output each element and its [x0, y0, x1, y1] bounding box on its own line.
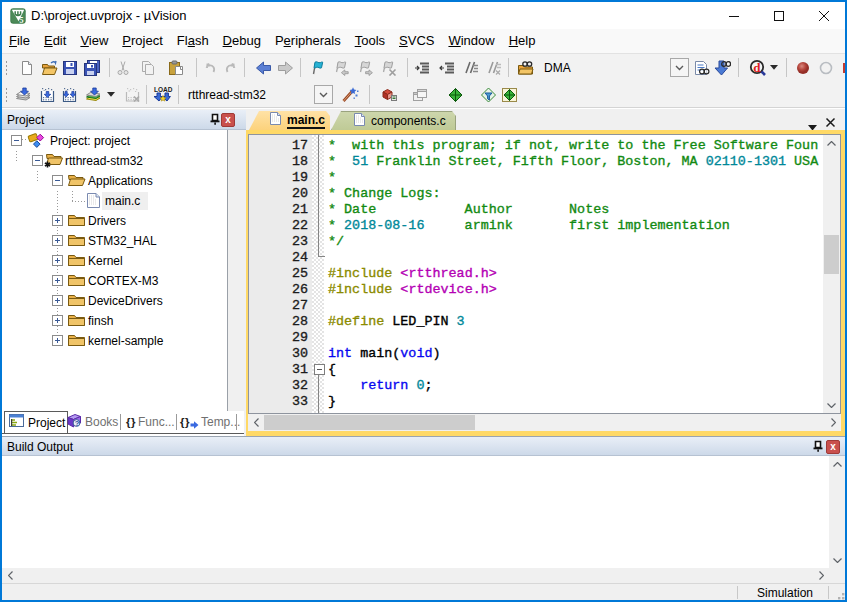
scrollbar-thumb[interactable] — [264, 415, 475, 430]
menu-file[interactable]: File — [2, 30, 37, 52]
select-packs-button[interactable] — [444, 83, 466, 106]
tab-close-icon[interactable] — [825, 114, 837, 126]
tree-item-kernel-sample[interactable]: kernel-sample — [2, 331, 227, 351]
copy-button[interactable] — [137, 56, 159, 79]
tree-expander-minus[interactable] — [52, 175, 63, 186]
build-button[interactable] — [36, 83, 58, 106]
indent-left-button[interactable] — [436, 56, 458, 79]
find-doc-button[interactable] — [690, 56, 712, 79]
download-load-button[interactable]: LOAD — [152, 83, 174, 106]
pack-installer-button[interactable] — [498, 83, 520, 106]
editor-horizontal-scrollbar[interactable] — [248, 414, 841, 431]
tree-item-kernel[interactable]: Kernel — [2, 251, 227, 271]
scroll-left-button[interactable] — [2, 568, 18, 583]
scroll-right-button[interactable] — [813, 568, 829, 583]
tree-item-drivers[interactable]: Drivers — [2, 211, 227, 231]
scroll-left-button[interactable] — [248, 414, 264, 431]
build-output-horizontal-scrollbar[interactable] — [2, 568, 829, 583]
tab-list-caret[interactable] — [808, 117, 817, 123]
batch-caret-button[interactable] — [100, 83, 122, 106]
scroll-right-button[interactable] — [825, 414, 841, 431]
scroll-down-button[interactable] — [823, 397, 840, 413]
code-editor[interactable]: 1718192021222324252627282930313233 * wit… — [248, 134, 841, 414]
pin-icon[interactable] — [811, 440, 825, 454]
rebuild-button[interactable] — [58, 83, 80, 106]
editor-vertical-scrollbar[interactable] — [823, 135, 840, 413]
nav-back-button[interactable] — [252, 56, 274, 79]
build-output-content[interactable] — [2, 456, 845, 568]
tree-expander-plus[interactable] — [52, 255, 63, 266]
panel-tab-functions[interactable]: {}Func... — [126, 411, 175, 433]
stop-build-button[interactable] — [121, 83, 143, 106]
cut-button[interactable] — [112, 56, 134, 79]
translate-button[interactable] — [13, 83, 35, 106]
scrollbar-thumb[interactable] — [824, 235, 839, 274]
target-combo-dropdown[interactable] — [314, 85, 333, 104]
toolbar-grip[interactable] — [5, 60, 8, 76]
scroll-down-button[interactable] — [829, 552, 845, 568]
file-extensions-button[interactable] — [409, 83, 431, 106]
breakpoint-button[interactable] — [792, 56, 814, 79]
panel-tab-templates[interactable]: {}Temp... — [180, 411, 240, 433]
nav-forward-button[interactable] — [274, 56, 296, 79]
search-combo-value[interactable]: DMA — [544, 61, 571, 75]
save-all-button[interactable] — [81, 56, 103, 79]
open-file-button[interactable] — [38, 56, 60, 79]
panel-tab-books[interactable]: ?Books — [66, 411, 118, 433]
target-combo-value[interactable]: rtthread-stm32 — [188, 88, 266, 102]
uncomment-button[interactable] — [482, 56, 504, 79]
tree-expander-plus[interactable] — [52, 295, 63, 306]
close-button[interactable] — [801, 2, 846, 29]
fold-collapse-box[interactable] — [314, 364, 325, 375]
target-options-button[interactable] — [339, 83, 361, 106]
search-combo-dropdown[interactable] — [670, 58, 689, 77]
menu-debug[interactable]: Debug — [216, 30, 268, 52]
menu-edit[interactable]: Edit — [37, 30, 73, 52]
menu-window[interactable]: Window — [441, 30, 501, 52]
tree-item-applications[interactable]: Applications — [2, 171, 227, 191]
bookmark-next-button[interactable] — [354, 56, 376, 79]
menu-flash[interactable]: Flash — [170, 30, 216, 52]
update-packs-button[interactable] — [477, 83, 499, 106]
bookmark-clear-button[interactable] — [377, 56, 399, 79]
tree-item-cortex-m3[interactable]: CORTEX-M3 — [2, 271, 227, 291]
pin-icon[interactable] — [208, 113, 222, 127]
menu-view[interactable]: View — [73, 30, 115, 52]
tree-item-finsh[interactable]: finsh — [2, 311, 227, 331]
project-panel-close-button[interactable]: x — [221, 113, 235, 127]
menu-tools[interactable]: Tools — [348, 30, 392, 52]
tree-item-project-project[interactable]: Project: project — [2, 131, 227, 151]
new-file-button[interactable] — [16, 56, 38, 79]
tree-expander-plus[interactable] — [52, 235, 63, 246]
tree-expander-plus[interactable] — [52, 215, 63, 226]
tree-expander-plus[interactable] — [52, 275, 63, 286]
bookmark-button[interactable] — [307, 56, 329, 79]
bookmark-prev-button[interactable] — [330, 56, 352, 79]
build-output-close-button[interactable]: x — [826, 440, 840, 454]
toolbar-grip[interactable] — [5, 87, 8, 103]
build-output-vertical-scrollbar[interactable] — [829, 456, 845, 568]
redo-button[interactable] — [220, 56, 242, 79]
inc-search-button[interactable] — [711, 56, 733, 79]
minimize-button[interactable] — [711, 2, 756, 29]
paste-button[interactable] — [165, 56, 187, 79]
menu-peripherals[interactable]: Peripherals — [268, 30, 348, 52]
tree-item-main-c[interactable]: main.c — [2, 191, 227, 211]
editor-tab-main-c[interactable]: main.c — [249, 111, 330, 130]
manage-components-button[interactable] — [379, 83, 401, 106]
menu-project[interactable]: Project — [115, 30, 169, 52]
tree-item-rtthread-stm32[interactable]: rtthread-stm32 — [2, 151, 227, 171]
panel-tab-project[interactable]: Project — [4, 411, 68, 433]
tree-expander-minus[interactable] — [11, 135, 22, 146]
tree-expander-plus[interactable] — [52, 335, 63, 346]
comment-button[interactable] — [459, 56, 481, 79]
menu-help[interactable]: Help — [502, 30, 543, 52]
code-area[interactable]: * with this program; if not, write to th… — [324, 135, 823, 413]
tree-item-stm32-hal[interactable]: STM32_HAL — [2, 231, 227, 251]
scroll-up-button[interactable] — [823, 135, 840, 151]
maximize-button[interactable] — [756, 2, 801, 29]
scroll-up-button[interactable] — [829, 456, 845, 472]
editor-tab-components-c[interactable]: components.c — [331, 111, 456, 130]
tree-item-devicedrivers[interactable]: DeviceDrivers — [2, 291, 227, 311]
tree-expander-minus[interactable] — [32, 155, 43, 166]
